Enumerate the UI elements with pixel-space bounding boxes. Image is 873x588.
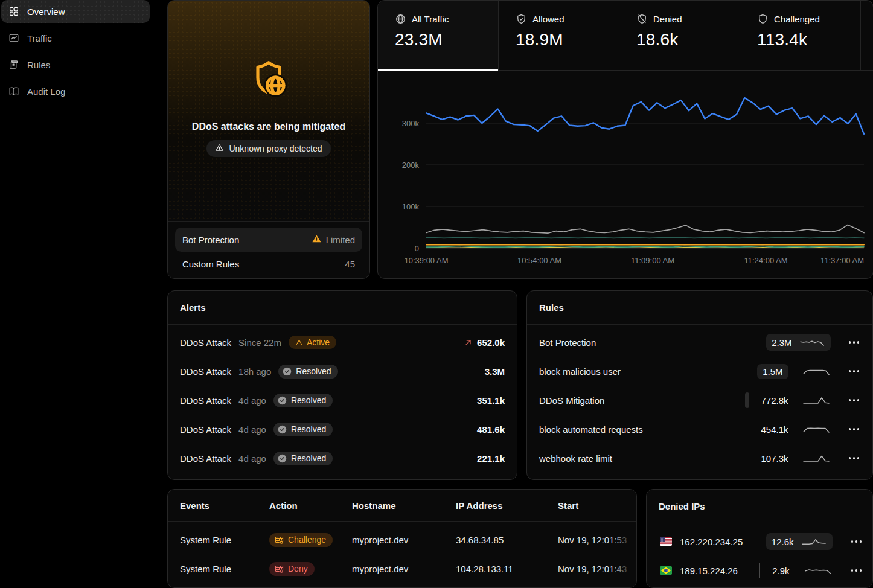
row-menu-button[interactable] bbox=[850, 537, 863, 546]
rule-row[interactable]: webhook rate limit 107.3k bbox=[539, 444, 860, 473]
tab-all-traffic[interactable]: All Traffic 23.3M bbox=[378, 1, 499, 70]
tab-label: Denied bbox=[653, 14, 682, 24]
bot-protection-label: Bot Protection bbox=[182, 235, 239, 245]
status-badge-resolved: Resolved bbox=[273, 452, 333, 465]
tab-value: 113.4k bbox=[757, 30, 860, 50]
row-menu-button[interactable] bbox=[848, 366, 861, 376]
rule-row[interactable]: block automated requests 454.1k bbox=[539, 415, 860, 444]
event-start: Nov 19, 12:01:43 bbox=[558, 564, 636, 574]
sidebar: Overview Traffic Rules Audit Log bbox=[0, 0, 151, 106]
rules-list: Bot Protection 2.3M block malicious user… bbox=[527, 325, 872, 473]
sidebar-item-label: Traffic bbox=[27, 33, 52, 43]
events-column-header: Hostname bbox=[352, 500, 456, 511]
alert-name: DDoS Attack bbox=[180, 366, 231, 377]
action-badge-deny: Deny bbox=[269, 562, 315, 576]
grid-icon bbox=[8, 6, 19, 17]
mitigation-hero: DDoS attacks are being mitigated Unknown… bbox=[168, 1, 369, 221]
row-menu-button[interactable] bbox=[848, 395, 861, 405]
tab-label: Challenged bbox=[774, 14, 820, 24]
rule-value: 1.5M bbox=[763, 366, 782, 377]
alert-value: 3.3M bbox=[485, 366, 505, 377]
rule-row[interactable]: Bot Protection 2.3M bbox=[539, 328, 860, 357]
book-icon bbox=[8, 86, 19, 97]
sparkline bbox=[802, 365, 831, 377]
svg-text:11:37:00 AM: 11:37:00 AM bbox=[820, 256, 864, 265]
denied-ips-title: Denied IPs bbox=[659, 501, 705, 511]
check-circle-icon bbox=[277, 424, 287, 435]
sparkline bbox=[802, 394, 831, 406]
events-column-header: IP Address bbox=[456, 500, 558, 511]
alert-row[interactable]: DDoS Attack Since 22m Active 652.0k bbox=[180, 328, 505, 357]
events-column-header: Events bbox=[180, 500, 269, 511]
bot-protection-status: Limited bbox=[326, 235, 355, 245]
tab-denied[interactable]: Denied 18.6k bbox=[619, 1, 740, 70]
shield-globe-icon bbox=[247, 57, 290, 103]
denied-ip-row[interactable]: 189.15.224.26 2.9k bbox=[660, 556, 863, 585]
row-menu-button[interactable] bbox=[848, 337, 861, 347]
mitigation-card: DDoS attacks are being mitigated Unknown… bbox=[167, 0, 370, 279]
status-badge-resolved: Resolved bbox=[273, 394, 333, 407]
mitigation-title: DDoS attacks are being mitigated bbox=[192, 121, 345, 132]
warning-filled-icon bbox=[312, 234, 322, 246]
table-row[interactable]: System Rule Deny myproject.dev 104.28.13… bbox=[168, 554, 636, 583]
warning-filled-icon bbox=[312, 234, 322, 244]
custom-rules-count: 45 bbox=[345, 259, 355, 269]
sidebar-item-traffic[interactable]: Traffic bbox=[1, 27, 150, 50]
alert-row[interactable]: DDoS Attack 4d ago Resolved 351.1k bbox=[180, 386, 505, 415]
alert-time: 4d ago bbox=[238, 424, 266, 435]
svg-text:200k: 200k bbox=[402, 161, 420, 170]
custom-rules-label: Custom Rules bbox=[182, 259, 239, 269]
svg-text:100k: 100k bbox=[402, 202, 420, 211]
trend-up-icon bbox=[464, 338, 473, 347]
scroll-icon bbox=[8, 59, 19, 70]
rule-value: 107.3k bbox=[761, 453, 788, 464]
sidebar-item-label: Audit Log bbox=[27, 86, 65, 97]
tab-label: Allowed bbox=[532, 14, 564, 24]
alert-row[interactable]: DDoS Attack 18h ago Resolved 3.3M bbox=[180, 357, 505, 386]
custom-rules-row[interactable]: Custom Rules 45 bbox=[175, 252, 362, 276]
rule-name: block automated requests bbox=[539, 424, 741, 435]
alert-time: 4d ago bbox=[238, 395, 266, 406]
alert-time: 18h ago bbox=[238, 366, 271, 377]
sparkline bbox=[802, 452, 831, 464]
sparkline bbox=[804, 564, 833, 577]
row-menu-button[interactable] bbox=[848, 424, 861, 434]
sidebar-item-overview[interactable]: Overview bbox=[1, 0, 150, 23]
status-badge-active: Active bbox=[289, 336, 336, 349]
check-circle-icon bbox=[282, 366, 292, 377]
events-table-header: EventsActionHostnameIP AddressStart bbox=[168, 490, 636, 522]
rules-card: Rules Bot Protection 2.3M block maliciou… bbox=[526, 290, 873, 480]
rule-row[interactable]: DDoS Mitigation 772.8k bbox=[539, 386, 860, 415]
check-circle-icon bbox=[277, 395, 287, 406]
rule-row[interactable]: block malicious user 1.5M bbox=[539, 357, 860, 386]
table-row[interactable]: System Rule Challenge myproject.dev 34.6… bbox=[168, 525, 636, 554]
mitigation-footer: Bot Protection Limited Custom Rules 45 bbox=[168, 221, 369, 276]
row-menu-button[interactable] bbox=[850, 566, 863, 575]
events-column-header: Start bbox=[558, 500, 636, 511]
sidebar-item-audit-log[interactable]: Audit Log bbox=[1, 80, 150, 103]
sparkline bbox=[799, 336, 825, 348]
tab-allowed[interactable]: Allowed 18.9M bbox=[499, 1, 619, 70]
traffic-stat-tabs: All Traffic 23.3M Allowed 18.9M Denied 1… bbox=[378, 1, 873, 71]
tab-label: All Traffic bbox=[412, 14, 449, 24]
value-marker bbox=[749, 422, 749, 436]
denied-ip-address: 189.15.224.26 bbox=[680, 566, 752, 576]
svg-text:11:24:00 AM: 11:24:00 AM bbox=[744, 256, 787, 265]
alert-row[interactable]: DDoS Attack 4d ago Resolved 481.6k bbox=[180, 415, 505, 444]
sidebar-item-rules[interactable]: Rules bbox=[1, 53, 150, 76]
us-flag-icon bbox=[660, 537, 672, 546]
events-card: EventsActionHostnameIP AddressStart Syst… bbox=[167, 489, 637, 588]
tab-challenged[interactable]: Challenged 113.4k bbox=[740, 1, 861, 70]
alert-row[interactable]: DDoS Attack 4d ago Resolved 221.1k bbox=[180, 444, 505, 473]
tab-value: 23.3M bbox=[395, 30, 498, 50]
svg-text:10:39:00 AM: 10:39:00 AM bbox=[405, 256, 449, 265]
alert-name: DDoS Attack bbox=[180, 453, 231, 464]
denied-ip-row[interactable]: 162.220.234.25 12.6k bbox=[660, 527, 863, 556]
traffic-chart-card: All Traffic 23.3M Allowed 18.9M Denied 1… bbox=[377, 0, 873, 279]
sidebar-item-label: Rules bbox=[27, 60, 50, 70]
bot-protection-row[interactable]: Bot Protection Limited bbox=[175, 228, 362, 252]
proxy-detected-badge: Unknown proxy detected bbox=[206, 140, 330, 157]
alert-time: 4d ago bbox=[238, 453, 266, 464]
row-menu-button[interactable] bbox=[848, 453, 861, 463]
alert-value: 652.0k bbox=[477, 337, 505, 348]
